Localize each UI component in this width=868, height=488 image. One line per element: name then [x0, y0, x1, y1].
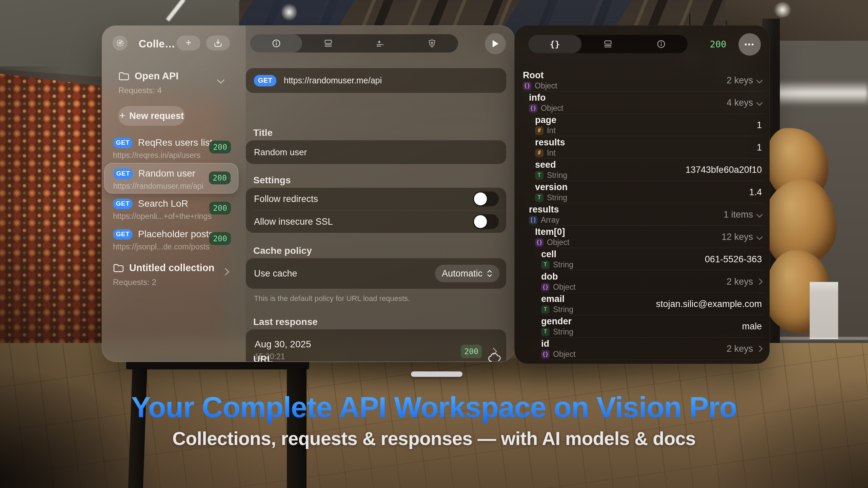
white-pedestal: [810, 282, 838, 339]
chevron-icon: [756, 278, 763, 285]
type-badge-icon: T: [541, 328, 550, 336]
request-list-item[interactable]: GET Random user https://randomuser.me/ap…: [104, 163, 238, 194]
json-type: Object: [541, 104, 563, 112]
tab-params[interactable]: [354, 34, 406, 53]
json-key: page: [535, 116, 556, 125]
json-tree-row[interactable]: cell T String 061-5526-363: [515, 248, 769, 270]
ceiling-light: [774, 2, 791, 18]
json-value: 1: [757, 143, 762, 152]
json-value: 2 keys: [727, 344, 753, 353]
request-list-item[interactable]: GET Search LoR https://openli...+of+the+…: [104, 194, 238, 224]
type-badge-icon: {}: [535, 238, 544, 247]
url-bar[interactable]: GET https://randomuser.me/api: [246, 68, 506, 93]
json-value: male: [742, 322, 762, 331]
chevron-up-down-icon: [487, 269, 493, 278]
json-value: 4 keys: [727, 98, 753, 107]
collection-untitled[interactable]: Untitled collection Requests: 2: [104, 260, 238, 287]
method-badge: GET: [113, 199, 133, 209]
collection-requests-count: Requests: 4: [118, 86, 162, 95]
collection-name: Untitled collection: [129, 262, 214, 273]
more-options-button[interactable]: •••: [738, 33, 761, 56]
json-type: String: [547, 171, 567, 179]
section-title-label: Title: [253, 127, 273, 138]
json-tree-row[interactable]: results [] Array 1 items: [515, 203, 769, 226]
tab-auth[interactable]: [406, 34, 458, 53]
allow-insecure-ssl-toggle[interactable]: [473, 214, 499, 229]
request-name: ReqRes users list: [138, 137, 212, 148]
type-badge-icon: T: [541, 261, 550, 269]
json-tree-row[interactable]: gender T String male: [515, 315, 769, 338]
new-request-button[interactable]: + New request: [118, 106, 185, 126]
last-response-row[interactable]: Aug 30, 2025 15:20:21 200: [246, 329, 506, 362]
type-badge-icon: #: [535, 126, 544, 135]
status-badge: 200: [209, 202, 231, 215]
type-badge-icon: T: [535, 194, 544, 202]
chevron-right-icon: [222, 268, 230, 276]
json-key: Item[0]: [535, 227, 569, 237]
json-type: String: [553, 306, 573, 313]
section-url-label: URL: [253, 354, 273, 362]
method-badge[interactable]: GET: [254, 75, 276, 86]
json-type: String: [553, 328, 573, 336]
chevron-icon: [756, 77, 763, 84]
tab-raw-body[interactable]: [581, 35, 635, 53]
json-type: Int: [547, 149, 556, 157]
json-tree-row[interactable]: email T String stojan.silic@example.com: [515, 293, 769, 315]
json-key: version: [535, 183, 568, 192]
response-status-code: 200: [702, 35, 734, 53]
response-date: Aug 30, 2025: [255, 339, 311, 350]
add-collection-button[interactable]: +: [177, 36, 200, 50]
json-key: Root: [523, 71, 557, 80]
request-list-item[interactable]: GET Placeholder posts https://jsonpl...d…: [104, 224, 238, 255]
api-client-window: Colle… + Open API Requests: 4 +: [102, 25, 515, 362]
json-tree-row[interactable]: info {} Object 4 keys: [515, 92, 769, 114]
response-inspector-window: {} 200 ••• Root {} Object: [514, 25, 770, 364]
json-tree-row[interactable]: id {} Object 2 keys: [515, 338, 769, 360]
json-type: String: [547, 194, 567, 202]
json-key: info: [529, 93, 563, 102]
window-drag-bar[interactable]: [411, 371, 462, 377]
json-tree-row[interactable]: page # Int 1: [515, 114, 769, 136]
import-collection-button[interactable]: [206, 36, 230, 50]
json-tree-row[interactable]: version T String 1.4: [515, 181, 769, 203]
section-settings-label: Settings: [253, 175, 291, 186]
tab-json-tree[interactable]: {}: [528, 35, 581, 53]
request-url[interactable]: https://randomuser.me/api: [284, 76, 382, 85]
title-input[interactable]: Random user: [246, 140, 506, 164]
follow-redirects-toggle[interactable]: [473, 191, 499, 206]
json-tree-row[interactable]: Item[0] {} Object 12 keys: [515, 226, 769, 248]
json-tree-row[interactable]: dob {} Object 2 keys: [515, 270, 769, 293]
app-settings-button[interactable]: [113, 36, 127, 50]
json-value: 1 items: [724, 210, 753, 219]
json-tree-row[interactable]: seed T String 13743bfe60a20f10: [515, 159, 769, 181]
type-badge-icon: #: [535, 149, 544, 157]
info-circle-icon: [271, 38, 281, 48]
json-type: Array: [541, 216, 559, 224]
json-type: Int: [547, 127, 556, 135]
gear-icon: [115, 38, 125, 48]
json-tree-row[interactable]: results # Int 1: [515, 136, 769, 159]
lock-shield-icon: [427, 38, 437, 48]
response-status-badge: 200: [461, 345, 482, 358]
chevron-icon: [756, 99, 763, 106]
json-key: seed: [535, 160, 567, 169]
tab-response-info[interactable]: [634, 35, 688, 53]
use-cache-label: Use cache: [254, 268, 297, 279]
json-value: 1.4: [749, 188, 762, 197]
json-type: Object: [535, 82, 557, 90]
settings-group: Follow redirects Allow insecure SSL: [246, 188, 506, 233]
json-type: Object: [547, 239, 569, 246]
type-badge-icon: {}: [523, 82, 531, 90]
new-request-label: New request: [129, 111, 184, 121]
chevron-down-icon[interactable]: [217, 76, 225, 84]
request-name: Placeholder posts: [138, 229, 214, 240]
cache-policy-dropdown[interactable]: Automatic: [435, 265, 499, 282]
tab-body[interactable]: [302, 34, 354, 53]
json-key: email: [541, 294, 573, 304]
send-request-button[interactable]: [485, 33, 506, 54]
tab-info[interactable]: [250, 34, 302, 53]
json-value: 12 keys: [722, 232, 753, 242]
request-list-item[interactable]: GET ReqRes users list https://reqres.in/…: [104, 133, 238, 163]
collection-requests-count: Requests: 2: [113, 278, 156, 287]
json-tree-row[interactable]: Root {} Object 2 keys: [515, 69, 769, 92]
